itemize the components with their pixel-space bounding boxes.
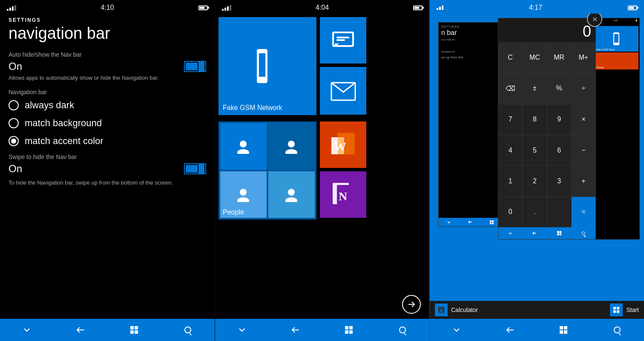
calc-mplus-button[interactable]: M+ — [572, 42, 595, 72]
calc-8-button[interactable]: 8 — [523, 104, 546, 135]
auto-hide-toggle[interactable] — [184, 61, 206, 72]
swipe-row: On — [9, 163, 206, 175]
radio-label-match-accent: match accent color — [25, 136, 104, 147]
status-bar-start: 4:04 — [215, 0, 429, 14]
radio-circle-match-bg[interactable] — [9, 118, 19, 128]
svg-point-16 — [285, 149, 297, 154]
svg-point-20 — [285, 197, 297, 202]
time-display-start: 4:04 — [316, 4, 329, 12]
signal-icon-right — [437, 6, 443, 10]
calc-buttons: C MC MR M+ ⌫ ± % ÷ 7 8 9 × 4 5 6 − 1 — [498, 42, 595, 227]
calc-equals-button[interactable]: = — [572, 197, 595, 227]
time-display: 4:10 — [101, 4, 114, 12]
app-switcher-start-label: Start — [626, 306, 639, 313]
battery-icon — [198, 6, 208, 10]
calc-9-button[interactable]: 9 — [547, 104, 571, 135]
people-tile-label: People — [223, 208, 244, 216]
signal-icon-start — [222, 5, 231, 11]
search-icon-right[interactable] — [609, 321, 626, 338]
toggle-track-2[interactable] — [184, 163, 206, 174]
multitask-area: SETTINGS n bar ow or hide the Navigation… — [430, 14, 644, 319]
search-icon[interactable] — [179, 321, 196, 338]
svg-point-19 — [288, 189, 295, 196]
calc-c-button[interactable]: C — [498, 42, 522, 72]
app-switcher-start-icon[interactable] — [610, 303, 623, 316]
arrow-button[interactable] — [402, 295, 421, 314]
calc-empty-button — [547, 197, 571, 227]
back-icon-start[interactable] — [287, 321, 304, 338]
calc-5-button[interactable]: 5 — [523, 135, 546, 165]
nav-bar-right — [430, 319, 644, 341]
settings-panel: 4:10 SETTINGS navigation bar Auto hide/s… — [0, 0, 215, 341]
app-switcher-calc-label: Calculator — [451, 306, 478, 313]
search-icon-start[interactable] — [394, 321, 411, 338]
calc-0-button[interactable]: 0 — [498, 197, 522, 227]
svg-rect-31 — [614, 34, 618, 43]
time-display-right: 4:17 — [529, 4, 542, 12]
chevron-down-icon[interactable] — [18, 321, 35, 338]
start-screen-thumbnail[interactable]: ||| 4:17 🔋 Fake GSM Netw People — [593, 18, 640, 240]
start-thumb-phone-label: Fake GSM Netw — [596, 48, 615, 51]
calc-mc-button[interactable]: MC — [523, 42, 546, 72]
svg-point-13 — [240, 141, 247, 147]
windows-icon[interactable] — [126, 321, 143, 338]
mail-tile[interactable] — [320, 68, 366, 115]
toggle-track-1[interactable] — [184, 61, 206, 72]
radio-match-background[interactable]: match background — [9, 118, 206, 129]
swipe-desc: To hide the Navigation bar, swipe up fro… — [9, 179, 206, 187]
radio-match-accent[interactable]: match accent color — [9, 136, 206, 147]
radio-circle-match-accent[interactable] — [9, 136, 19, 146]
auto-hide-value: On — [9, 61, 22, 72]
windows-icon-start[interactable] — [340, 321, 357, 338]
calc-3-button[interactable]: 3 — [547, 166, 571, 196]
people-cell-4 — [268, 171, 315, 218]
status-icons — [198, 6, 208, 10]
calc-mr-button[interactable]: MR — [547, 42, 571, 72]
calc-2-button[interactable]: 2 — [523, 166, 546, 196]
calc-4-button[interactable]: 4 — [498, 135, 522, 165]
start-thumb-tiles: Fake GSM Netw People — [593, 25, 639, 70]
calc-display: 0 — [498, 18, 595, 42]
calc-minus-button[interactable]: − — [572, 135, 595, 165]
chevron-down-icon-right[interactable] — [448, 321, 465, 338]
swipe-toggle[interactable] — [184, 163, 206, 174]
people-tile[interactable]: People — [218, 121, 316, 220]
status-bar-right: 4:17 — [430, 0, 644, 14]
app-switcher-calc-icon[interactable]: ▦ — [435, 303, 448, 316]
people-cell-1 — [220, 123, 267, 170]
radio-always-dark[interactable]: always dark — [9, 100, 206, 111]
messaging-tile[interactable] — [320, 17, 366, 64]
toggle-fill-2 — [186, 165, 198, 173]
calc-7-button[interactable]: 7 — [498, 104, 522, 135]
calc-6-button[interactable]: 6 — [547, 135, 571, 165]
chevron-down-icon-start[interactable] — [233, 321, 250, 338]
radio-label-match-bg: match background — [25, 118, 102, 129]
back-icon-right[interactable] — [502, 321, 519, 338]
status-icons-right — [628, 6, 637, 10]
settings-content: SETTINGS navigation bar Auto hide/show t… — [0, 14, 215, 319]
battery-icon-start — [413, 6, 423, 10]
calculator-panel[interactable]: ✕ 0 C MC MR M+ ⌫ ± % ÷ 7 8 9 × 4 5 — [498, 18, 596, 240]
calc-backspace-button[interactable]: ⌫ — [498, 73, 522, 104]
radio-circle-always-dark[interactable] — [9, 100, 19, 110]
calc-1-button[interactable]: 1 — [498, 166, 522, 196]
start-thumb-phone-tile: Fake GSM Netw — [594, 26, 638, 52]
settings-page-title: navigation bar — [9, 25, 206, 43]
status-icons-start — [413, 6, 423, 10]
windows-icon-right[interactable] — [555, 321, 572, 338]
calc-divide-button[interactable]: ÷ — [572, 73, 595, 104]
phone-tile[interactable]: Fake GSM Network — [218, 17, 316, 115]
people-cell-2 — [268, 123, 315, 170]
auto-hide-row: On — [9, 61, 206, 72]
onenote-tile[interactable]: N — [320, 171, 366, 218]
office-tile[interactable]: W — [320, 121, 366, 168]
swipe-label: Swipe to hide the Nav bar — [9, 153, 206, 160]
calc-plus-button[interactable]: + — [572, 166, 595, 196]
calc-multiply-button[interactable]: × — [572, 104, 595, 135]
back-icon[interactable] — [72, 321, 89, 338]
start-panel: 4:04 Fake GSM Network — [215, 0, 429, 341]
svg-rect-7 — [336, 39, 345, 41]
calc-plusminus-button[interactable]: ± — [523, 73, 546, 104]
calc-dot-button[interactable]: . — [523, 197, 546, 227]
calc-percent-button[interactable]: % — [547, 73, 571, 104]
